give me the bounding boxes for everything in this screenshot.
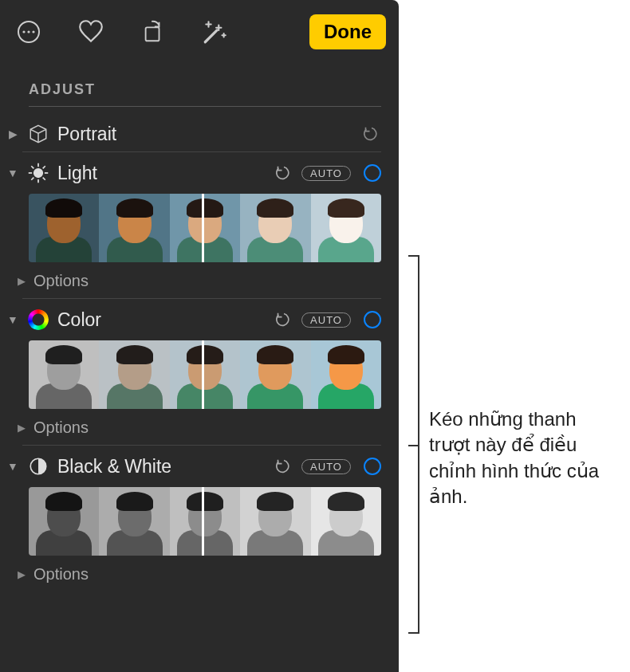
group-label: Light [57, 163, 266, 184]
callout-tick [408, 445, 419, 446]
callout-area: Kéo những thanh trượt này để điều chỉnh … [399, 0, 630, 672]
more-icon[interactable] [13, 16, 45, 48]
options-label: Options [33, 272, 89, 290]
enable-indicator[interactable] [364, 164, 381, 182]
slider-thumb [29, 487, 99, 556]
options-toggle-light[interactable]: ▶ Options [6, 267, 381, 298]
group-header-color[interactable]: ▼ Color AUTO [6, 302, 381, 337]
chevron-right-icon: ▶ [18, 275, 27, 287]
group-color: ▼ Color AUTO [0, 302, 399, 445]
light-slider[interactable] [29, 194, 381, 262]
contrast-icon [27, 455, 49, 477]
svg-line-11 [43, 178, 45, 180]
slider-thumb [170, 194, 240, 262]
reset-icon[interactable] [274, 457, 293, 476]
svg-point-5 [34, 169, 43, 178]
rotate-icon[interactable] [137, 16, 169, 48]
divider [22, 298, 381, 299]
adjust-panel: Done ADJUST ▶ Portrait ▼ Light AUT [0, 0, 399, 672]
slider-thumb [99, 340, 169, 409]
divider [22, 151, 381, 152]
callout-tick [408, 255, 419, 257]
enhance-icon[interactable] [199, 16, 231, 48]
slider-thumb [99, 194, 169, 262]
chevron-down-icon[interactable]: ▼ [6, 313, 19, 326]
group-label: Color [57, 309, 266, 331]
slider-thumb [311, 487, 381, 556]
svg-line-12 [31, 178, 33, 180]
group-label: Portrait [57, 124, 354, 145]
group-header-light[interactable]: ▼ Light AUTO [6, 155, 381, 191]
chevron-right-icon: ▶ [18, 568, 27, 580]
svg-point-3 [32, 30, 34, 33]
chevron-down-icon[interactable]: ▼ [6, 167, 19, 179]
slider-thumb [170, 340, 240, 409]
sun-icon [27, 162, 49, 184]
callout-tick [408, 632, 419, 634]
group-header-portrait[interactable]: ▶ Portrait [6, 116, 381, 151]
svg-point-1 [22, 30, 25, 33]
svg-line-10 [31, 166, 33, 168]
group-label: Black & White [57, 456, 266, 477]
favorite-icon[interactable] [75, 16, 107, 48]
section-title: ADJUST [0, 61, 399, 104]
slider-thumb [29, 340, 99, 409]
slider-marker[interactable] [202, 340, 204, 409]
auto-button[interactable]: AUTO [301, 312, 351, 328]
edit-toolbar: Done [0, 0, 399, 61]
chevron-right-icon: ▶ [18, 422, 27, 434]
group-light: ▼ Light AUTO [0, 155, 399, 298]
group-portrait: ▶ Portrait [0, 116, 399, 151]
auto-button[interactable]: AUTO [301, 166, 351, 181]
divider [29, 106, 381, 107]
slider-thumb [240, 194, 310, 262]
bw-slider[interactable] [29, 487, 381, 556]
group-header-bw[interactable]: ▼ Black & White AUTO [6, 449, 381, 484]
auto-button[interactable]: AUTO [301, 459, 351, 474]
options-toggle-color[interactable]: ▶ Options [6, 414, 381, 445]
slider-thumb [99, 487, 169, 556]
done-button[interactable]: Done [309, 14, 386, 49]
color-ring-icon [27, 308, 49, 331]
slider-thumb [29, 194, 99, 262]
options-label: Options [33, 565, 89, 584]
slider-thumb [311, 194, 381, 262]
slider-thumb [240, 487, 310, 556]
callout-text: Kéo những thanh trượt này để điều chỉnh … [429, 407, 612, 510]
chevron-right-icon[interactable]: ▶ [6, 128, 19, 140]
slider-thumb [240, 340, 310, 409]
options-toggle-bw[interactable]: ▶ Options [6, 560, 381, 591]
svg-line-13 [43, 166, 45, 168]
svg-point-2 [27, 30, 30, 33]
slider-thumb [311, 340, 381, 409]
reset-icon[interactable] [274, 310, 293, 329]
slider-thumb [170, 487, 240, 556]
reset-icon[interactable] [362, 124, 381, 143]
options-label: Options [33, 419, 89, 437]
slider-marker[interactable] [202, 194, 204, 262]
color-slider[interactable] [29, 340, 381, 409]
svg-rect-4 [146, 27, 159, 41]
divider [22, 445, 381, 446]
enable-indicator[interactable] [364, 458, 381, 475]
slider-marker[interactable] [202, 487, 204, 556]
cube-icon [27, 123, 49, 145]
enable-indicator[interactable] [364, 311, 381, 328]
group-bw: ▼ Black & White AUTO [0, 449, 399, 591]
chevron-down-icon[interactable]: ▼ [6, 460, 19, 473]
reset-icon[interactable] [274, 163, 293, 183]
